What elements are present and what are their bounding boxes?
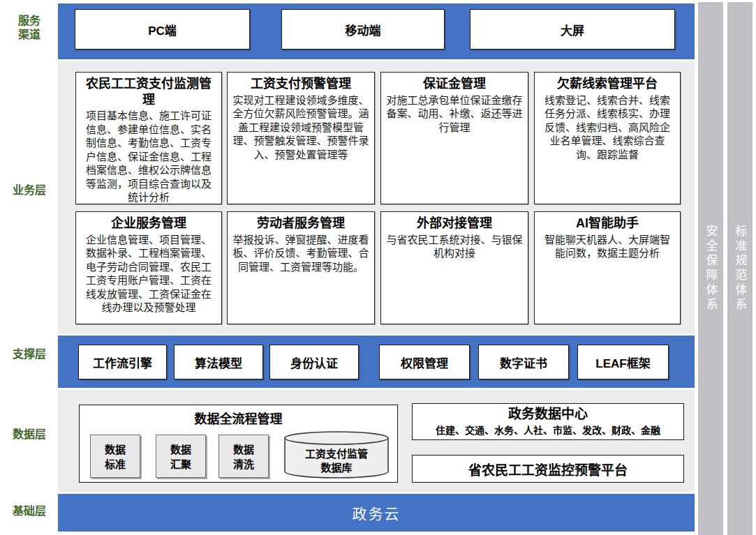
province-platform-title: 省农民工工资监控预警平台 (468, 460, 628, 479)
support-algorithm-model: 算法模型 (174, 345, 263, 379)
module-title: 外部对接管理 (386, 216, 523, 232)
standard-specification-system-bar: 标准规范体系 (727, 2, 753, 535)
module-wage-warning: 工资支付预警管理 实现对工程建设领域多维度、全方位欠薪风险预警管理。涵盖工程建设… (227, 72, 375, 204)
module-external-integration: 外部对接管理 与省农民工系统对接、与银保机构对接 (380, 211, 528, 324)
layer-label-support: 支撑层 (0, 347, 59, 361)
data-layer-panel: 数据全流程管理 数据标准 数据汇聚 数据清洗 工资支付监管数据库 政务数据中心 … (58, 390, 695, 492)
support-permission-mgmt: 权限管理 (379, 345, 470, 379)
module-enterprise-service: 企业服务管理 企业信息管理、项目管理、数据补录、工程档案管理、电子劳动合同管理、… (75, 211, 222, 324)
database-label: 工资支付监管数据库 (302, 447, 371, 474)
data-cleaning-box: 数据清洗 (218, 435, 269, 478)
channel-pc: PC端 (75, 9, 250, 50)
module-title: 企业服务管理 (81, 216, 216, 232)
module-laborer-service: 劳动者服务管理 举报投诉、弹窗提醒、进度看板、评价反馈、考勤管理、合同管理、工资… (227, 211, 375, 324)
gov-data-center-title: 政务数据中心 (508, 407, 588, 422)
support-identity-auth: 身份认证 (269, 345, 359, 379)
channel-mobile: 移动端 (281, 9, 445, 50)
module-title: 保证金管理 (386, 76, 523, 92)
layer-label-service-channel: 服务渠道 (0, 14, 59, 42)
module-wage-payment-monitoring: 农民工工资支付监测管理 项目基本信息、施工许可证信息、参建单位信息、实名制信息、… (75, 72, 222, 204)
base-layer-bar: 政务云 (58, 494, 695, 532)
support-layer-bar: 工作流引擎 算法模型 身份认证 权限管理 数字证书 LEAF框架 (58, 336, 695, 388)
module-title: AI智能助手 (540, 216, 675, 232)
module-arrears-clue-platform: 欠薪线索管理平台 线索登记、线索合并、线索任务分派、线索核实、办理反馈、线索归档… (534, 72, 681, 204)
module-deposit-management: 保证金管理 对施工总承包单位保证金缴存备案、动用、补缴、返还等进行管理 (380, 72, 528, 204)
province-platform-box: 省农民工工资监控预警平台 (412, 455, 684, 483)
module-description: 举报投诉、弹窗提醒、进度看板、评价反馈、考勤管理、合同管理、工资管理等功能。 (232, 233, 369, 274)
support-digital-certificate: 数字证书 (478, 345, 569, 379)
gov-cloud-label: 政务云 (353, 502, 401, 523)
module-title: 欠薪线索管理平台 (540, 76, 675, 92)
gov-data-center-box: 政务数据中心 住建、交通、水务、人社、市监、发改、财政、金融 (412, 403, 684, 440)
support-leaf-framework: LEAF框架 (577, 345, 669, 379)
data-aggregation-box: 数据汇聚 (156, 435, 206, 478)
module-description: 智能聊天机器人、大屏端智能问数，数据主题分析 (540, 233, 675, 260)
security-assurance-system-bar: 安全保障体系 (697, 2, 724, 535)
architecture-diagram: 服务渠道 业务层 支撑层 数据层 基础层 PC端 移动端 大屏 农民工工资支付监… (0, 0, 756, 535)
module-description: 线索登记、线索合并、线索任务分派、线索核实、办理反馈、线索归档、高风险企业名单管… (540, 93, 675, 162)
layer-label-business: 业务层 (0, 183, 59, 197)
wage-supervision-database-cylinder: 工资支付监管数据库 (283, 430, 390, 479)
module-description: 实现对工程建设领域多维度、全方位欠薪风险预警管理。涵盖工程建设领域预警模型管理、… (232, 93, 369, 162)
security-assurance-system-label: 安全保障体系 (702, 225, 720, 312)
business-layer-panel: 农民工工资支付监测管理 项目基本信息、施工许可证信息、参建单位信息、实名制信息、… (58, 61, 695, 334)
service-channel-bar: PC端 移动端 大屏 (58, 3, 695, 59)
gov-data-center-sources: 住建、交通、水务、人社、市监、发改、财政、金融 (436, 423, 660, 437)
module-description: 企业信息管理、项目管理、数据补录、工程档案管理、电子劳动合同管理、农民工工资专用… (81, 233, 216, 315)
module-title: 工资支付预警管理 (232, 76, 369, 92)
data-full-process-box: 数据全流程管理 数据标准 数据汇聚 数据清洗 工资支付监管数据库 (79, 405, 398, 483)
module-description: 项目基本信息、施工许可证信息、参建单位信息、实名制信息、考勤信息、工资专户信息、… (81, 109, 216, 204)
module-ai-assistant: AI智能助手 智能聊天机器人、大屏端智能问数，数据主题分析 (534, 211, 681, 324)
standard-specification-system-label: 标准规范体系 (732, 225, 749, 312)
data-standard-box: 数据标准 (90, 435, 140, 478)
module-title: 劳动者服务管理 (232, 216, 369, 232)
layer-label-base: 基础层 (0, 504, 59, 518)
module-description: 与省农民工系统对接、与银保机构对接 (386, 233, 523, 260)
layer-label-data: 数据层 (0, 428, 59, 442)
module-title: 农民工工资支付监测管理 (81, 76, 216, 107)
support-workflow-engine: 工作流引擎 (78, 345, 167, 379)
data-full-process-title: 数据全流程管理 (80, 405, 397, 427)
module-description: 对施工总承包单位保证金缴存备案、动用、补缴、返还等进行管理 (386, 93, 523, 135)
channel-bigscreen: 大屏 (470, 9, 675, 50)
